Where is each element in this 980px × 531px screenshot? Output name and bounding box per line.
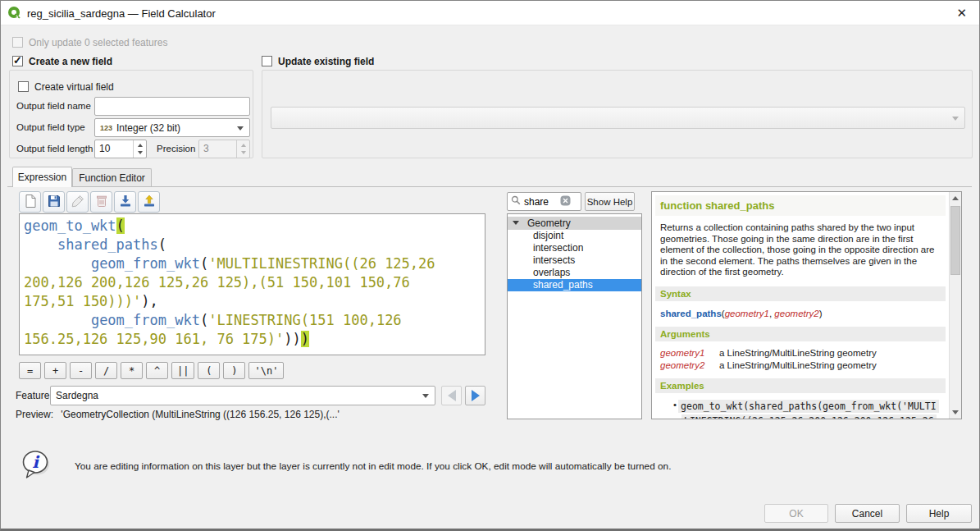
save-expression-icon (47, 194, 62, 211)
function-tree-item[interactable]: intersection (508, 242, 641, 254)
output-field-type-value: Integer (32 bit) (116, 122, 180, 134)
expression-code: geom_to_wkt( shared_paths( geom_from_wkt… (24, 217, 481, 349)
preview-label: Preview: (16, 409, 53, 420)
new-expression-icon (23, 194, 38, 211)
export-expression-icon (142, 194, 157, 211)
export-expression-button[interactable] (138, 191, 160, 213)
create-new-field-label: Create a new field (29, 56, 112, 67)
output-field-length-value: 10 (99, 143, 110, 154)
window-title: reg_sicilia_sardegna — Field Calculator (27, 7, 216, 20)
tab-expression[interactable]: Expression (12, 167, 72, 187)
clear-search-icon[interactable] (560, 195, 571, 208)
expression-code-line: geom_from_wkt('MULTILINESTRING((26 125,2… (24, 254, 481, 273)
argument-row: geometry1a LineString/MultiLineString ge… (660, 348, 941, 358)
delete-expression-button[interactable] (90, 191, 112, 213)
new-field-groupbox: Create virtual field Output field name O… (9, 70, 253, 158)
operator-button[interactable]: ^ (146, 362, 168, 379)
expression-code-line: 200,126 200,126 125,26 125),(51 150,101 … (24, 273, 481, 292)
expression-code-line: 175,51 150)))'), (24, 292, 481, 311)
function-search-input[interactable] (524, 196, 560, 208)
preview-row: Preview: 'GeometryCollection (MultiLineS… (16, 409, 340, 420)
update-existing-groupbox (262, 70, 973, 158)
qgis-logo-icon (7, 6, 22, 21)
field-calculator-dialog: reg_sicilia_sardegna — Field Calculator … (0, 0, 980, 531)
ok-button[interactable]: OK (764, 504, 828, 523)
help-content: function shared_paths Returns a collecti… (652, 192, 949, 419)
update-existing-field-checkbox[interactable] (262, 56, 272, 66)
scroll-up-icon[interactable] (950, 192, 961, 204)
tab-pane-border (7, 186, 972, 187)
function-tree-item[interactable]: overlaps (508, 267, 641, 279)
next-feature-button[interactable] (465, 386, 485, 405)
scroll-down-icon[interactable] (950, 406, 961, 419)
function-tree-item[interactable]: disjoint (508, 230, 641, 242)
operator-button[interactable]: - (70, 362, 92, 379)
feature-combo[interactable]: Sardegna (50, 386, 435, 405)
function-tree-group-geometry[interactable]: Geometry (508, 217, 641, 230)
expression-code-line: geom_to_wkt( (24, 217, 481, 236)
import-expression-icon (118, 194, 133, 211)
syntax-signature: shared_paths(geometry1, geometry2) (652, 301, 949, 318)
expression-code-line: geom_from_wkt('LINESTRING(151 100,126 (24, 311, 481, 330)
chevron-down-icon (422, 394, 429, 398)
function-tree-items: disjointintersectionintersectsoverlapssh… (508, 230, 641, 291)
examples-heading: Examples (655, 378, 946, 393)
close-icon[interactable]: ✕ (956, 6, 967, 21)
edit-expression-button[interactable] (66, 191, 89, 213)
cancel-button[interactable]: Cancel (835, 504, 900, 523)
example-code-line2: LINESTRING((26 125,26 200,126 200,126 12… (681, 414, 937, 419)
precision-value: 3 (203, 143, 209, 154)
expression-editor[interactable]: geom_to_wkt( shared_paths( geom_from_wkt… (19, 213, 485, 355)
tab-function-editor[interactable]: Function Editor (72, 168, 152, 187)
save-expression-button[interactable] (43, 191, 65, 213)
argument-row: geometry2a LineString/MultiLineString ge… (660, 360, 941, 370)
create-virtual-field-checkbox[interactable] (18, 81, 29, 92)
output-field-length-spinner[interactable]: 10 (94, 140, 147, 158)
operator-button[interactable]: '\n' (248, 362, 284, 379)
output-field-name-input[interactable] (94, 97, 250, 116)
precision-spinner[interactable]: 3 (198, 140, 250, 158)
function-tree-item[interactable]: shared_paths (508, 279, 641, 291)
arrow-right-icon (472, 390, 480, 401)
operator-button[interactable]: ( (198, 362, 220, 379)
spinner-arrows-icon[interactable] (236, 140, 249, 158)
operator-button[interactable]: || (171, 362, 194, 379)
output-field-name-label: Output field name (16, 101, 91, 111)
previous-feature-button[interactable] (441, 386, 462, 405)
help-description: Returns a collection containing paths sh… (652, 216, 949, 278)
existing-field-combo[interactable] (271, 107, 965, 129)
help-button[interactable]: Help (906, 504, 972, 523)
help-title: function shared_paths (655, 195, 946, 216)
create-virtual-field-label: Create virtual field (34, 81, 114, 93)
spinner-arrows-icon[interactable] (133, 140, 146, 158)
show-help-button[interactable]: Show Help (585, 192, 635, 211)
scrollbar-thumb[interactable] (950, 206, 960, 275)
integer-type-icon: 123 (100, 124, 112, 132)
output-field-type-combo[interactable]: 123 Integer (32 bit) (94, 118, 250, 137)
edit-expression-icon (71, 194, 85, 211)
output-field-length-label: Output field length (16, 144, 93, 153)
expand-triangle-icon (513, 221, 519, 225)
operator-button[interactable]: + (44, 362, 66, 379)
function-tree-item[interactable]: intersects (508, 254, 641, 267)
expression-code-line: shared_paths( (24, 236, 481, 254)
function-help-panel: function shared_paths Returns a collecti… (651, 191, 962, 419)
titlebar[interactable]: reg_sicilia_sardegna — Field Calculator … (1, 1, 979, 25)
chevron-down-icon (952, 117, 959, 121)
only-update-checkbox[interactable] (12, 37, 23, 48)
create-new-field-checkbox[interactable] (12, 56, 23, 66)
info-bubble-icon: i (21, 449, 52, 484)
example-code-line1: geom_to_wkt(shared_paths(geom_from_wkt('… (678, 400, 939, 413)
bullet-icon: • (673, 400, 677, 413)
preview-value: 'GeometryCollection (MultiLineString ((1… (61, 409, 339, 420)
precision-label: Precision (157, 144, 195, 153)
help-scrollbar[interactable] (949, 192, 961, 419)
operator-button[interactable]: * (121, 362, 143, 379)
operator-button[interactable]: = (19, 362, 41, 379)
operator-button[interactable]: ) (223, 362, 245, 379)
import-expression-button[interactable] (114, 191, 136, 213)
operator-bar: =+-/*^||()'\n' (19, 362, 284, 379)
new-expression-button[interactable] (19, 191, 41, 213)
function-search-box[interactable] (507, 192, 581, 211)
operator-button[interactable]: / (95, 362, 117, 379)
